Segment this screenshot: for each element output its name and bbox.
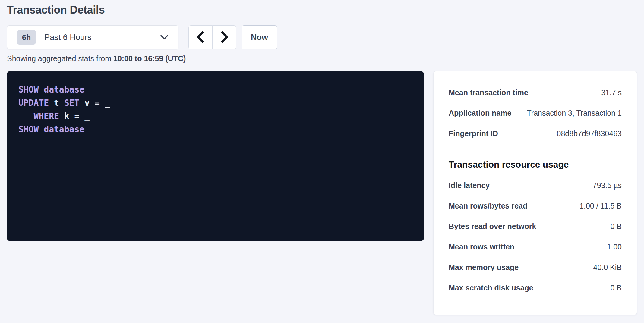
stat-label: Mean rows written: [449, 243, 514, 251]
sql-keyword: WHERE: [34, 111, 59, 121]
stats-divider: [449, 152, 622, 152]
aggregation-summary: Showing aggregated stats from 10:00 to 1…: [7, 54, 637, 63]
stat-label: Max memory usage: [449, 263, 519, 272]
sql-text: v = _: [79, 98, 110, 108]
stat-row: Bytes read over network0 B: [449, 216, 622, 237]
stat-label: Bytes read over network: [449, 222, 536, 231]
stat-row: Mean rows/bytes read1.00 / 11.5 B: [449, 196, 622, 216]
stat-label: Mean transaction time: [449, 88, 528, 97]
transaction-details-rows: Mean transaction time31.7 sApplication n…: [449, 82, 622, 144]
time-range-badge: 6h: [17, 30, 36, 45]
stat-row: Max scratch disk usage0 B: [449, 278, 622, 298]
stat-row: Mean rows written1.00: [449, 237, 622, 257]
resource-usage-heading: Transaction resource usage: [449, 159, 622, 170]
stat-label: Idle latency: [449, 181, 490, 190]
stat-label: Mean rows/bytes read: [449, 202, 527, 210]
sql-text: t: [49, 98, 64, 108]
stat-row: Application nameTransaction 3, Transacti…: [449, 103, 622, 123]
sql-code-line: SHOW database: [18, 123, 412, 136]
chevron-right-icon: [220, 30, 229, 45]
stat-row: Fingerprint ID08d8b7d97f830463: [449, 123, 622, 144]
resource-usage-rows: Idle latency793.5 µsMean rows/bytes read…: [449, 175, 622, 298]
sql-code: SHOW databaseUPDATE t SET v = _ WHERE k …: [18, 83, 412, 136]
stat-label: Fingerprint ID: [449, 129, 498, 138]
sql-text: k = _: [59, 111, 90, 121]
stat-value: Transaction 3, Transaction 1: [527, 109, 622, 118]
sql-keyword: SET: [64, 98, 80, 108]
stat-row: Max memory usage40.0 KiB: [449, 257, 622, 278]
stat-value: 0 B: [610, 284, 622, 292]
chevron-left-icon: [196, 30, 205, 45]
time-range-select[interactable]: 6h Past 6 Hours: [7, 25, 178, 49]
transaction-stats-panel: Mean transaction time31.7 sApplication n…: [433, 71, 637, 315]
stat-value: 793.5 µs: [593, 181, 622, 190]
sql-keyword: SHOW database: [18, 85, 84, 95]
page-title: Transaction Details: [7, 4, 637, 16]
time-picker-controls: 6h Past 6 Hours: [7, 25, 637, 49]
sql-text: [18, 111, 34, 121]
stat-value: 0 B: [610, 222, 622, 231]
next-interval-button[interactable]: [212, 25, 236, 49]
sql-code-line: WHERE k = _: [18, 110, 412, 123]
sql-code-line: UPDATE t SET v = _: [18, 96, 412, 110]
stat-row: Idle latency793.5 µs: [449, 175, 622, 196]
sql-keyword: SHOW database: [18, 124, 84, 134]
chevron-down-icon: [160, 35, 169, 40]
aggregation-summary-prefix: Showing aggregated stats from: [7, 54, 113, 63]
sql-code-line: SHOW database: [18, 83, 412, 96]
previous-interval-button[interactable]: [188, 25, 213, 49]
stat-value: 1.00 / 11.5 B: [579, 202, 622, 210]
stat-value: 08d8b7d97f830463: [557, 129, 622, 138]
main-content: SHOW databaseUPDATE t SET v = _ WHERE k …: [7, 71, 637, 315]
stat-value: 40.0 KiB: [593, 263, 622, 272]
aggregation-summary-range: 10:00 to 16:59 (UTC): [113, 54, 186, 63]
stat-value: 31.7 s: [601, 88, 622, 97]
time-range-label: Past 6 Hours: [44, 33, 91, 42]
stat-value: 1.00: [607, 243, 622, 251]
stat-row: Mean transaction time31.7 s: [449, 82, 622, 103]
transaction-details-page: Transaction Details 6h Past 6 Hours: [0, 0, 644, 323]
stat-label: Max scratch disk usage: [449, 284, 533, 292]
now-button[interactable]: Now: [242, 25, 277, 49]
sql-statement-box: SHOW databaseUPDATE t SET v = _ WHERE k …: [7, 71, 424, 241]
sql-keyword: UPDATE: [18, 98, 49, 108]
time-pager: [188, 25, 236, 49]
stat-label: Application name: [449, 109, 511, 118]
